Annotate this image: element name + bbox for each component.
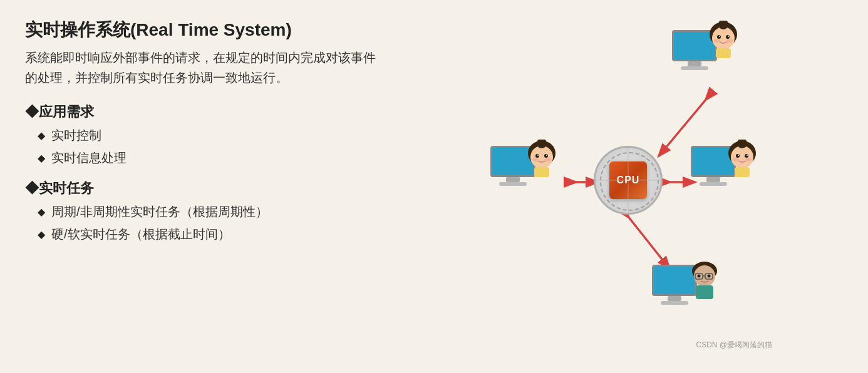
node-top-right (672, 30, 717, 70)
svg-point-27 (537, 155, 539, 156)
char-middle-left (523, 140, 561, 183)
svg-point-23 (530, 146, 553, 168)
diagram-area: CPU (484, 24, 772, 355)
page-title: 实时操作系统(Real Time System) (25, 19, 413, 41)
svg-point-47 (698, 275, 701, 278)
svg-rect-31 (534, 167, 549, 177)
diamond-icon-4: ◆ (38, 227, 45, 243)
desc-line1: 系统能即时响应外部事件的请求，在规定的时间内完成对该事件 (25, 51, 376, 64)
svg-point-20 (726, 39, 733, 43)
svg-point-33 (731, 146, 753, 168)
svg-point-38 (747, 155, 748, 156)
svg-point-37 (738, 155, 739, 156)
left-panel: 实时操作系统(Real Time System) 系统能即时响应外部事件的请求，… (25, 19, 413, 360)
char-bottom (685, 258, 725, 305)
bullet-item-1: ◆ 实时控制 (38, 125, 413, 145)
svg-rect-49 (696, 285, 713, 299)
diamond-icon-1: ◆ (38, 128, 45, 144)
stand-bottom (668, 296, 681, 301)
svg-point-36 (745, 154, 748, 158)
node-middle-right (691, 146, 736, 186)
svg-point-28 (546, 155, 547, 156)
svg-point-25 (535, 154, 539, 158)
svg-line-11 (628, 217, 669, 268)
svg-point-30 (545, 158, 551, 161)
svg-point-48 (708, 275, 711, 278)
stand-top-right (688, 61, 701, 66)
svg-point-19 (714, 39, 720, 43)
char-middle-right (723, 140, 761, 183)
bullet-item-4: ◆ 硬/软实时任务（根据截止时间） (38, 224, 413, 244)
desc-line2: 的处理，并控制所有实时任务协调一致地运行。 (25, 71, 288, 84)
cpu-chip: CPU (594, 146, 663, 215)
stand-middle-right (706, 177, 720, 182)
main-container: 实时操作系统(Real Time System) 系统能即时响应外部事件的请求，… (0, 0, 868, 373)
svg-point-29 (532, 158, 539, 161)
section2-header: ◆实时任务 (25, 179, 413, 198)
svg-line-10 (628, 217, 669, 268)
svg-point-18 (728, 36, 729, 37)
base-top-right (681, 66, 708, 70)
description: 系统能即时响应外部事件的请求，在规定的时间内完成对该事件 的处理，并控制所有实时… (25, 48, 413, 88)
svg-point-39 (733, 158, 739, 161)
stand-middle-left (506, 177, 520, 182)
svg-point-35 (736, 154, 740, 158)
svg-rect-21 (716, 48, 731, 58)
diamond-icon-3: ◆ (38, 204, 45, 220)
bullet-item-3: ◆ 周期/非周期性实时任务（根据周期性） (38, 202, 413, 222)
watermark: CSDN @爱喝阁落的猫 (696, 340, 772, 350)
char-top-right (705, 24, 742, 61)
cpu-outer: CPU (594, 146, 663, 215)
svg-point-16 (726, 35, 730, 39)
svg-point-40 (745, 158, 752, 161)
diamond-icon-2: ◆ (38, 150, 45, 166)
svg-point-13 (712, 27, 735, 49)
svg-point-15 (717, 35, 721, 39)
node-bottom-center (652, 265, 697, 305)
section1-header: ◆应用需求 (25, 103, 413, 121)
svg-rect-41 (735, 167, 750, 177)
bullet-item-2: ◆ 实时信息处理 (38, 148, 413, 168)
svg-point-17 (719, 36, 720, 37)
node-middle-left (490, 146, 535, 186)
right-panel: CPU (413, 19, 843, 360)
svg-point-26 (544, 154, 548, 158)
